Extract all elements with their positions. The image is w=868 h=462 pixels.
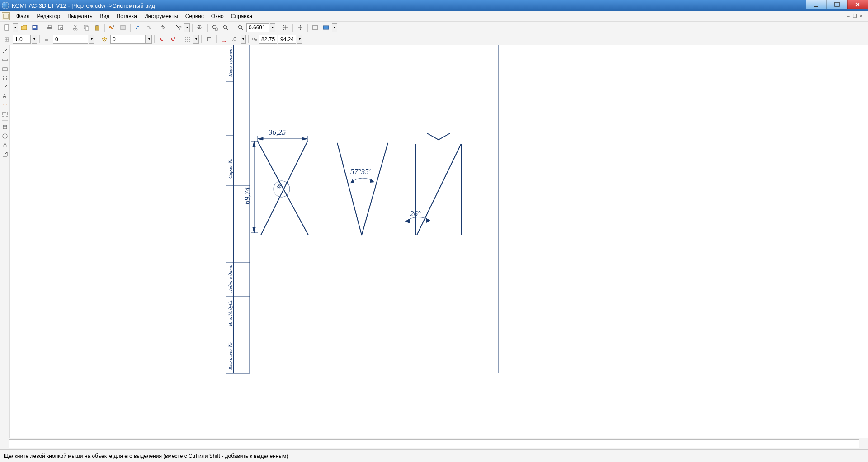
menu-view[interactable]: Вид: [96, 12, 113, 21]
panel-toggle[interactable]: [1, 163, 9, 170]
step-input[interactable]: [13, 35, 31, 44]
close-button[interactable]: [847, 0, 868, 9]
titlebar: КОМПАС-3D LT V12 - [Чертеж.cdw ->Системн…: [0, 0, 868, 11]
svg-rect-1: [835, 2, 839, 6]
rounding-button[interactable]: .0: [230, 34, 240, 44]
grid-button[interactable]: [183, 34, 193, 44]
frame-podp-data: Подп. и дата: [227, 264, 233, 293]
svg-point-29: [187, 37, 188, 38]
frame-perv-primen: Перв. примен.: [227, 47, 233, 77]
style-input-1[interactable]: [53, 35, 88, 44]
open-button[interactable]: [19, 23, 29, 33]
svg-marker-87: [426, 218, 430, 223]
minimize-button[interactable]: [806, 0, 826, 9]
style-dropdown-1[interactable]: ▾: [89, 35, 94, 44]
insert-tool[interactable]: [1, 141, 9, 149]
report-tool[interactable]: [1, 132, 9, 140]
menu-help[interactable]: Справка: [227, 12, 256, 21]
zoom-all-button[interactable]: [310, 23, 320, 33]
zoom-scale-button[interactable]: [236, 23, 245, 33]
edit-tool[interactable]: [1, 83, 9, 91]
copy-properties-button[interactable]: [118, 23, 128, 33]
coord-y-input[interactable]: [278, 35, 296, 44]
svg-point-34: [185, 41, 186, 42]
mdi-restore[interactable]: ❐: [853, 13, 857, 19]
coord-dropdown[interactable]: ▾: [297, 35, 302, 44]
step-dropdown[interactable]: ▾: [32, 35, 37, 44]
coord-x-input[interactable]: [259, 35, 277, 44]
style-type-button[interactable]: [42, 34, 52, 44]
cs-dropdown[interactable]: ▾: [241, 35, 246, 44]
constraints-tool[interactable]: [1, 74, 9, 82]
style-input-2[interactable]: [110, 35, 146, 44]
preview-button[interactable]: [56, 23, 66, 33]
cut-button[interactable]: [71, 23, 80, 33]
measure-tool[interactable]: [1, 101, 9, 109]
svg-rect-0: [814, 6, 818, 7]
svg-text:?: ?: [179, 25, 182, 31]
variables-button[interactable]: fx: [159, 23, 169, 33]
drawing-canvas[interactable]: Перв. примен. Справ. № Подп. и дата Инв.…: [10, 45, 868, 438]
window-controls: [806, 0, 868, 11]
svg-point-46: [5, 79, 5, 80]
print-button[interactable]: [45, 23, 55, 33]
style-dropdown-2[interactable]: ▾: [146, 35, 152, 44]
params-tool[interactable]: A: [1, 92, 9, 100]
zoom-value-input[interactable]: [246, 23, 269, 32]
angle-2: 26°: [410, 209, 421, 218]
menu-window[interactable]: Окно: [208, 12, 227, 21]
command-bar: [0, 438, 868, 449]
geometry-tool[interactable]: [1, 47, 9, 55]
grid-dropdown[interactable]: ▾: [193, 35, 199, 44]
zoom-in-button[interactable]: [195, 23, 205, 33]
zoom-fit-button[interactable]: [280, 23, 290, 33]
spec-tool[interactable]: [1, 123, 9, 131]
menubar: Файл Редактор Выделить Вид Вставка Инстр…: [0, 11, 868, 22]
svg-text:58: 58: [275, 183, 283, 190]
properties-button[interactable]: [107, 23, 117, 33]
svg-rect-49: [3, 112, 7, 117]
save-button[interactable]: [30, 23, 40, 33]
zoom-dropdown[interactable]: ▾: [270, 23, 275, 32]
menu-editor[interactable]: Редактор: [33, 12, 64, 21]
zoom-previous-button[interactable]: [221, 23, 231, 33]
refresh-dropdown[interactable]: ▾: [332, 23, 337, 32]
copy-button[interactable]: [81, 23, 91, 33]
new-dropdown[interactable]: ▾: [13, 23, 18, 32]
menu-insert[interactable]: Вставка: [113, 12, 141, 21]
document-icon[interactable]: [2, 12, 10, 20]
layer-button[interactable]: [99, 34, 109, 44]
menu-file[interactable]: Файл: [13, 12, 33, 21]
svg-point-77: [274, 181, 290, 197]
redo-button[interactable]: [144, 23, 154, 33]
local-cs-button[interactable]: [219, 34, 229, 44]
command-input[interactable]: [9, 439, 859, 448]
menu-service[interactable]: Сервис: [182, 12, 208, 21]
svg-point-45: [3, 79, 4, 80]
help-dropdown[interactable]: ▾: [184, 23, 190, 32]
svg-rect-14: [95, 26, 99, 30]
select-tool[interactable]: [1, 110, 9, 118]
svg-line-79: [337, 143, 362, 235]
pan-button[interactable]: [295, 23, 305, 33]
help-context-button[interactable]: ?: [174, 23, 184, 33]
refresh-button[interactable]: [321, 23, 331, 33]
paste-button[interactable]: [92, 23, 102, 33]
step-button[interactable]: [2, 34, 12, 44]
ortho-button[interactable]: [204, 34, 214, 44]
views-tool[interactable]: [1, 150, 9, 158]
menu-select[interactable]: Выделить: [64, 12, 96, 21]
svg-text:A: A: [3, 93, 6, 99]
dimensions-tool[interactable]: [1, 56, 9, 64]
mdi-close[interactable]: ×: [860, 13, 863, 19]
designations-tool[interactable]: [1, 65, 9, 73]
new-button[interactable]: [2, 23, 12, 33]
snap-button[interactable]: [157, 34, 167, 44]
menu-tools[interactable]: Инструменты: [141, 12, 182, 21]
undo-button[interactable]: [133, 23, 143, 33]
svg-rect-13: [85, 27, 89, 30]
mdi-minimize[interactable]: –: [847, 13, 849, 19]
maximize-button[interactable]: [826, 0, 847, 9]
snap-settings-button[interactable]: [168, 34, 178, 44]
zoom-window-button[interactable]: [210, 23, 220, 33]
